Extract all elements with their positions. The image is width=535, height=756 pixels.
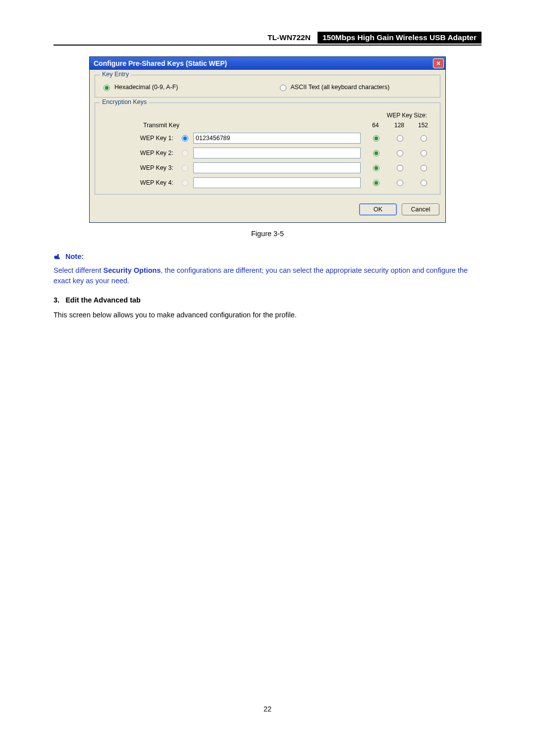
section-number: 3.: [54, 296, 59, 304]
wep-key-1-label: WEP Key 1:: [101, 135, 175, 142]
wep3-size-152[interactable]: [421, 165, 427, 171]
wep-dialog: Configure Pre-Shared Keys (Static WEP) ×…: [89, 56, 446, 223]
size-col-64: 64: [366, 122, 385, 129]
wep-key-1-input[interactable]: [193, 133, 361, 144]
cancel-button[interactable]: Cancel: [402, 203, 439, 215]
wep3-size-64[interactable]: [373, 165, 379, 171]
wep-key-size-label: WEP Key Size:: [365, 112, 434, 119]
ok-button[interactable]: OK: [359, 203, 397, 215]
wep2-size-128[interactable]: [397, 150, 403, 156]
body-text: This screen below allows you to make adv…: [54, 311, 482, 319]
key-entry-legend: Key Entry: [100, 71, 131, 78]
note-bold: Security Options: [104, 266, 161, 274]
wep-key-row-3: WEP Key 3:: [101, 162, 434, 173]
hex-radio-label: Hexadecimal (0-9, A-F): [114, 84, 178, 91]
transmit-key-4-radio[interactable]: [182, 180, 188, 186]
ascii-radio[interactable]: ASCII Text (all keyboard characters): [277, 83, 390, 91]
header-model: TL-WN722N: [268, 32, 313, 44]
wep-key-size-columns: 64 128 152: [365, 122, 434, 129]
note-pre: Select different: [54, 266, 104, 274]
note-body: Select different Security Options, the c…: [54, 265, 482, 286]
wep-key-row-2: WEP Key 2:: [101, 148, 434, 158]
page-number: 22: [54, 329, 482, 733]
dialog-title: Configure Pre-Shared Keys (Static WEP): [94, 59, 227, 67]
section-heading: 3. Edit the Advanced tab: [54, 296, 482, 304]
wep1-size-128[interactable]: [397, 135, 403, 142]
transmit-key-2-radio[interactable]: [182, 150, 188, 156]
hex-radio[interactable]: Hexadecimal (0-9, A-F): [101, 83, 178, 91]
wep1-size-152[interactable]: [421, 135, 427, 142]
encryption-keys-legend: Encryption Keys: [100, 99, 149, 105]
ascii-radio-input[interactable]: [280, 85, 286, 91]
encryption-keys-group: Encryption Keys Transmit Key WEP Key Siz…: [95, 102, 440, 195]
transmit-key-3-radio[interactable]: [182, 165, 188, 171]
note-heading: Note:: [54, 252, 482, 260]
wep2-size-64[interactable]: [373, 150, 379, 156]
close-icon[interactable]: ×: [433, 58, 444, 68]
document-header: TL-WN722N 150Mbps High Gain Wireless USB…: [54, 32, 482, 44]
wep-key-4-label: WEP Key 4:: [101, 179, 175, 186]
transmit-key-label: Transmit Key: [101, 122, 365, 129]
header-divider: [54, 45, 482, 46]
figure-caption: Figure 3-5: [54, 230, 482, 238]
size-col-128: 128: [389, 122, 409, 129]
dialog-footer: OK Cancel: [90, 200, 445, 222]
wep1-size-64[interactable]: [373, 135, 379, 142]
wep2-size-152[interactable]: [421, 150, 427, 156]
wep-key-row-4: WEP Key 4:: [101, 177, 434, 188]
header-title: 150Mbps High Gain Wireless USB Adapter: [318, 32, 482, 44]
dialog-titlebar: Configure Pre-Shared Keys (Static WEP) ×: [90, 57, 445, 70]
note-heading-text: Note:: [65, 252, 84, 260]
pointing-hand-icon: [54, 253, 62, 260]
key-entry-group: Key Entry Hexadecimal (0-9, A-F) ASCII T…: [95, 75, 440, 98]
transmit-key-1-radio[interactable]: [182, 135, 188, 142]
wep3-size-128[interactable]: [397, 165, 403, 171]
wep4-size-152[interactable]: [421, 180, 427, 186]
section-title: Edit the Advanced tab: [65, 296, 141, 304]
wep-key-row-1: WEP Key 1:: [101, 133, 434, 144]
wep-key-3-label: WEP Key 3:: [101, 164, 175, 171]
wep-key-2-input[interactable]: [193, 148, 361, 158]
wep4-size-128[interactable]: [397, 180, 403, 186]
encryption-keys-header: Transmit Key WEP Key Size: 64 128 152: [101, 112, 434, 129]
hex-radio-input[interactable]: [104, 85, 110, 91]
wep4-size-64[interactable]: [373, 180, 379, 186]
ascii-radio-label: ASCII Text (all keyboard characters): [291, 84, 390, 91]
wep-key-3-input[interactable]: [193, 162, 361, 173]
wep-key-4-input[interactable]: [193, 177, 361, 188]
wep-key-2-label: WEP Key 2:: [101, 150, 175, 156]
size-col-152: 152: [413, 122, 433, 129]
